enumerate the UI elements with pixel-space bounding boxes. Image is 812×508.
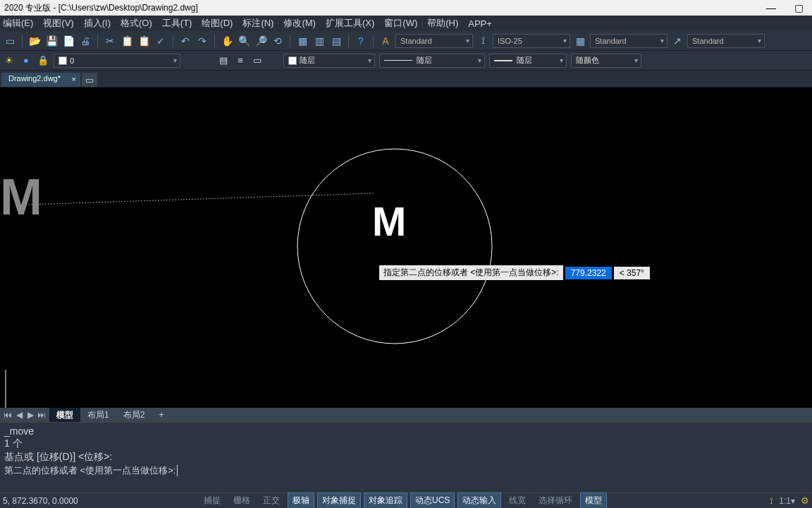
status-ortho[interactable]: 正交 <box>258 492 285 508</box>
menu-dimension[interactable]: 标注(N) <box>242 17 273 30</box>
paste-icon[interactable]: 📋 <box>137 34 151 48</box>
new-icon[interactable]: ▭ <box>3 34 17 48</box>
match-icon[interactable]: ✓ <box>154 34 168 48</box>
menu-tools[interactable]: 工具(T) <box>162 17 192 30</box>
status-user-icon[interactable]: ⟟ <box>770 495 773 507</box>
status-coordinates: 5, 872.3670, 0.0000 <box>3 496 123 506</box>
save-icon[interactable]: 💾 <box>44 34 59 48</box>
calc-icon[interactable]: ▥ <box>312 34 326 48</box>
text-object-m-origin: M <box>0 169 42 225</box>
dynamic-input-tooltip: 指定第二点的位移或者 <使用第一点当做位移>: 779.2322 < 357° <box>379 265 650 280</box>
cmd-input-line[interactable]: 第二点的位移或者 <使用第一点当做位移>: <box>4 464 808 477</box>
menu-extend[interactable]: 扩展工具(X) <box>326 17 374 30</box>
layerprops-icon[interactable]: ▤ <box>217 54 230 67</box>
textstyle-icon[interactable]: A <box>379 34 393 48</box>
menu-help[interactable]: 帮助(H) <box>427 17 458 30</box>
cmd-line-1: _move <box>4 425 808 437</box>
layer-prop-combo[interactable]: 随层 <box>283 54 375 68</box>
doc-tab-drawing2[interactable]: Drawing2.dwg* × <box>1 73 80 87</box>
maximize-button[interactable]: ▢ <box>790 2 808 13</box>
cmd-line-2: 1 个 <box>4 437 808 450</box>
layer-on-icon[interactable]: ● <box>20 54 32 67</box>
status-lwt[interactable]: 线宽 <box>504 492 531 508</box>
layerstate-icon[interactable]: ≡ <box>234 54 247 67</box>
layout-tab-add[interactable]: + <box>152 409 171 421</box>
linetype-combo[interactable]: 随层 <box>379 54 485 68</box>
drawing-canvas[interactable]: M M X 指定第二点的位移或者 <使用第一点当做位移>: 779.2322 <… <box>0 87 812 422</box>
layer-thaw-icon[interactable]: ☀ <box>3 54 16 67</box>
menu-edit[interactable]: 编辑(E) <box>3 17 33 30</box>
layout-last-icon[interactable]: ⏭ <box>37 410 47 420</box>
layer-color-swatch <box>59 56 67 65</box>
print-icon[interactable]: 🖨 <box>78 34 92 48</box>
tooltip-distance-input[interactable]: 779.2322 <box>565 267 612 279</box>
undo-icon[interactable]: ↶ <box>178 34 192 48</box>
menu-modify[interactable]: 修改(M) <box>283 17 316 30</box>
copy-icon[interactable]: 📋 <box>120 34 134 48</box>
mleaderstyle-icon[interactable]: ↗ <box>670 34 684 48</box>
status-otrack[interactable]: 对象追踪 <box>364 492 407 508</box>
table-icon[interactable]: ▤ <box>329 34 343 48</box>
menu-insert[interactable]: 插入(I) <box>84 17 111 30</box>
status-bar: 5, 872.3670, 0.0000 捕捉 栅格 正交 极轴 对象捕捉 对象追… <box>0 492 812 508</box>
status-scale[interactable]: 1:1▾ <box>779 496 795 506</box>
cmd-line-3: 基点或 [位移(D)] <位移>: <box>4 451 808 464</box>
color-combo[interactable]: 随颜色 <box>571 54 641 68</box>
menu-format[interactable]: 格式(O) <box>121 17 152 30</box>
status-model[interactable]: 模型 <box>580 492 607 508</box>
textstyle-combo[interactable]: Standard <box>395 34 473 48</box>
cmd-cursor <box>177 465 178 476</box>
layout-prev-icon[interactable]: ◀ <box>14 410 24 420</box>
new-tab-button[interactable]: ▭ <box>82 73 97 87</box>
layer-0-label: 0 <box>70 56 74 65</box>
status-polar[interactable]: 极轴 <box>288 492 314 508</box>
zoom-icon[interactable]: 🔍 <box>237 34 251 48</box>
layeriso-icon[interactable]: ▭ <box>251 54 264 67</box>
command-window[interactable]: _move 1 个 基点或 [位移(D)] <位移>: 第二点的位移或者 <使用… <box>0 422 812 492</box>
cmd-prompt: 第二点的位移或者 <使用第一点当做位移>: <box>4 464 176 477</box>
tablestyle-combo[interactable]: Standard <box>590 34 668 48</box>
layout-first-icon[interactable]: ⏮ <box>3 410 13 420</box>
status-dyn[interactable]: 动态输入 <box>457 492 501 508</box>
layout-tab-model[interactable]: 模型 <box>49 408 80 423</box>
layout-tab-1[interactable]: 布局1 <box>80 408 116 423</box>
saveas-icon[interactable]: 📄 <box>61 34 75 48</box>
menu-draw[interactable]: 绘图(D) <box>202 17 233 30</box>
layer-lock-icon[interactable]: 🔒 <box>37 54 49 67</box>
status-osnap[interactable]: 对象捕捉 <box>317 492 361 508</box>
close-tab-icon[interactable]: × <box>72 75 76 83</box>
status-cycle[interactable]: 选择循环 <box>534 492 577 508</box>
layout-tabs: ⏮ ◀ ▶ ⏭ 模型 布局1 布局2 + <box>0 408 812 422</box>
tooltip-prompt: 指定第二点的位移或者 <使用第一点当做位移>: <box>379 265 563 280</box>
status-gear-icon[interactable]: ⚙ <box>801 495 809 506</box>
status-grid[interactable]: 栅格 <box>228 492 255 508</box>
svg-point-0 <box>297 149 492 344</box>
tablestyle-icon[interactable]: ▦ <box>573 34 587 48</box>
status-ducs[interactable]: 动态UCS <box>410 492 455 508</box>
lineweight-combo[interactable]: 随层 <box>489 54 567 68</box>
text-object-m-moved: M <box>372 198 406 244</box>
cut-icon[interactable]: ✂ <box>103 34 117 48</box>
svg-line-1 <box>28 193 374 205</box>
layout-next-icon[interactable]: ▶ <box>25 410 35 420</box>
standard-toolbar: ▭ 📂 💾 📄 🖨 ✂ 📋 📋 ✓ ↶ ↷ ✋ 🔍 🔎 ⟲ ▦ ▥ ▤ ? A … <box>0 31 812 51</box>
tooltip-angle: < 357° <box>614 267 650 279</box>
mleaderstyle-combo[interactable]: Standard <box>687 34 765 48</box>
document-tabs: Drawing2.dwg* × ▭ <box>0 71 812 87</box>
menu-appplus[interactable]: APP+ <box>468 18 492 29</box>
open-icon[interactable]: 📂 <box>27 34 42 48</box>
zoomwin-icon[interactable]: 🔎 <box>254 34 268 48</box>
status-snap[interactable]: 捕捉 <box>199 492 226 508</box>
zoomprev-icon[interactable]: ⟲ <box>271 34 285 48</box>
help-icon[interactable]: ? <box>354 34 368 48</box>
pan-icon[interactable]: ✋ <box>220 34 234 48</box>
dimstyle-combo[interactable]: ISO-25 <box>493 34 570 48</box>
properties-icon[interactable]: ▦ <box>295 34 309 48</box>
dimstyle-icon[interactable]: ⟟ <box>476 34 490 48</box>
layer-combo[interactable]: 0 <box>54 54 180 68</box>
minimize-button[interactable]: — <box>762 2 780 13</box>
menu-window[interactable]: 窗口(W) <box>384 17 417 30</box>
redo-icon[interactable]: ↷ <box>195 34 209 48</box>
layout-tab-2[interactable]: 布局2 <box>116 408 152 423</box>
menu-view[interactable]: 视图(V) <box>43 17 73 30</box>
